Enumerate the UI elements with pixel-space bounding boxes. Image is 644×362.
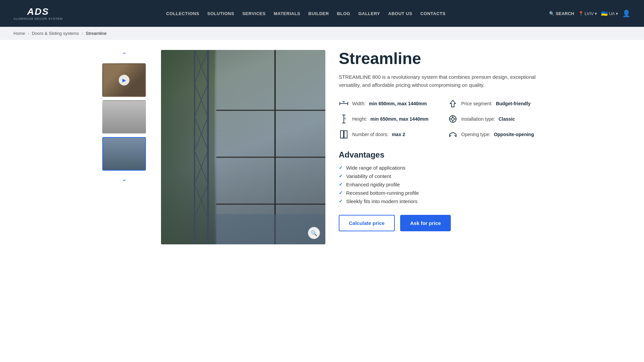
nav-about-us[interactable]: ABOUT US <box>385 9 416 18</box>
user-account-button[interactable]: 👤 <box>622 9 631 17</box>
product-title: Streamline <box>339 50 543 68</box>
lang-chevron-icon: ▾ <box>616 11 618 16</box>
svg-rect-35 <box>344 131 347 138</box>
product-buttons: Calculate price Ask for price <box>339 215 543 231</box>
zoom-icon: 🔍 <box>311 230 317 236</box>
thumbnail-1[interactable]: ▶ <box>102 63 146 97</box>
height-icon: h <box>339 114 349 124</box>
language-button[interactable]: 🇺🇦 UA ▾ <box>601 10 618 17</box>
svg-point-29 <box>451 118 454 120</box>
advantages-title: Advantages <box>339 150 543 160</box>
check-icon-4: ✓ <box>339 190 343 195</box>
check-icon-3: ✓ <box>339 182 343 187</box>
search-button[interactable]: 🔍 SEARCH <box>549 11 574 16</box>
breadcrumb-current: Streamline <box>86 31 107 36</box>
advantage-4-text: Recessed bottom-running profile <box>346 190 419 196</box>
search-icon: 🔍 <box>549 11 554 16</box>
main-content: ⌃ ▶ ⌄ <box>87 40 557 254</box>
price-icon <box>448 99 458 109</box>
flag-icon: 🇺🇦 <box>601 10 608 17</box>
nav-materials[interactable]: MATERIALS <box>270 9 304 18</box>
spec-price: Price segment: Budget-friendly <box>448 99 543 109</box>
image-overlay <box>161 50 325 244</box>
advantages-list: ✓ Wide range of applications ✓ Variabili… <box>339 165 543 204</box>
spec-width: W Width: min 650mm, max 1440mm <box>339 99 434 109</box>
zoom-button[interactable]: 🔍 <box>308 227 320 239</box>
breadcrumb: Home › Doors & Sliding systems › Streaml… <box>0 27 644 40</box>
nav-builder[interactable]: BUILDER <box>305 9 332 18</box>
advantage-2: ✓ Variability of content <box>339 173 543 179</box>
opening-icon <box>448 129 458 139</box>
breadcrumb-doors[interactable]: Doors & Sliding systems <box>32 31 79 36</box>
logo[interactable]: ADS Aluminium Decor System <box>13 6 63 20</box>
breadcrumb-sep-1: › <box>28 31 29 36</box>
advantage-4: ✓ Recessed bottom-running profile <box>339 190 543 196</box>
spec-height: h Height: min 650mm, max 1440mm <box>339 114 434 124</box>
spec-price-value: Budget-friendly <box>496 101 530 106</box>
svg-rect-34 <box>340 131 343 138</box>
nav-contacts[interactable]: CONTACTS <box>417 9 449 18</box>
header: ADS Aluminium Decor System COLLECTIONS S… <box>0 0 644 27</box>
location-label: LVIV <box>585 11 594 16</box>
spec-price-label: Price segment: <box>461 101 492 106</box>
advantage-5: ✓ Sleekly fits into modern interiors <box>339 198 543 204</box>
advantage-1: ✓ Wide range of applications <box>339 165 543 171</box>
spec-installation: Installation type: Classic <box>448 114 543 124</box>
width-icon: W <box>339 99 349 109</box>
gallery-sidebar: ⌃ ▶ ⌄ <box>101 50 148 244</box>
advantage-3: ✓ Enhanced rigidity profile <box>339 182 543 187</box>
spec-height-label: Height: <box>352 116 367 122</box>
ask-for-price-button[interactable]: Ask for price <box>400 215 451 231</box>
location-button[interactable]: 📍 LVIV ▾ <box>578 11 597 16</box>
thumbnail-2[interactable] <box>102 100 146 134</box>
spec-opening-value: Opposite-opening <box>494 132 534 137</box>
nav-collections[interactable]: COLLECTIONS <box>163 9 203 18</box>
spec-doors: Number of doors: max 2 <box>339 129 434 139</box>
spec-installation-value: Classic <box>498 116 515 122</box>
svg-text:h: h <box>344 117 346 120</box>
product-info: Streamline STREAMLINE 800 is a revolutio… <box>339 50 543 244</box>
logo-subtitle: Aluminium Decor System <box>13 17 63 20</box>
play-icon: ▶ <box>119 75 129 85</box>
check-icon-5: ✓ <box>339 198 343 204</box>
check-icon-2: ✓ <box>339 173 343 179</box>
svg-text:W: W <box>342 101 345 103</box>
installation-icon <box>448 114 458 124</box>
spec-width-value: min 650mm, max 1440mm <box>369 101 427 106</box>
spec-installation-label: Installation type: <box>461 116 495 122</box>
calculate-price-button[interactable]: Calculate price <box>339 215 395 231</box>
breadcrumb-home[interactable]: Home <box>13 31 25 36</box>
main-nav: COLLECTIONS SOLUTIONS SERVICES MATERIALS… <box>163 9 449 18</box>
doors-icon <box>339 129 349 139</box>
thumbnail-3[interactable] <box>102 137 146 171</box>
location-icon: 📍 <box>578 11 584 16</box>
spec-height-value: min 650mm, max 1440mm <box>370 116 428 122</box>
location-chevron-icon: ▾ <box>595 11 597 16</box>
advantage-3-text: Enhanced rigidity profile <box>346 182 400 187</box>
specs-grid: W Width: min 650mm, max 1440mm Price seg… <box>339 99 543 139</box>
advantage-5-text: Sleekly fits into modern interiors <box>346 198 418 204</box>
advantage-2-text: Variability of content <box>346 173 391 179</box>
spec-doors-label: Number of doors: <box>352 132 388 137</box>
product-description: STREAMLINE 800 is a revolutionary system… <box>339 73 543 89</box>
spec-opening: Opening type: Opposite-opening <box>448 129 543 139</box>
main-product-image: 🔍 <box>161 50 325 244</box>
check-icon-1: ✓ <box>339 165 343 170</box>
breadcrumb-sep-2: › <box>82 31 83 36</box>
nav-gallery[interactable]: GALLERY <box>355 9 383 18</box>
header-right: 🔍 SEARCH 📍 LVIV ▾ 🇺🇦 UA ▾ 👤 <box>549 9 631 17</box>
gallery-next-button[interactable]: ⌄ <box>119 174 129 184</box>
svg-marker-23 <box>450 100 455 107</box>
spec-opening-label: Opening type: <box>461 132 490 137</box>
logo-text: ADS <box>27 6 49 17</box>
nav-services[interactable]: SERVICES <box>239 9 269 18</box>
advantage-1-text: Wide range of applications <box>346 165 406 171</box>
spec-width-label: Width: <box>352 101 366 106</box>
spec-doors-value: max 2 <box>392 132 405 137</box>
nav-blog[interactable]: BLOG <box>334 9 354 18</box>
nav-solutions[interactable]: SOLUTIONS <box>204 9 237 18</box>
gallery-prev-button[interactable]: ⌃ <box>119 50 129 60</box>
lang-label: UA <box>609 11 615 16</box>
search-label: SEARCH <box>556 11 574 16</box>
